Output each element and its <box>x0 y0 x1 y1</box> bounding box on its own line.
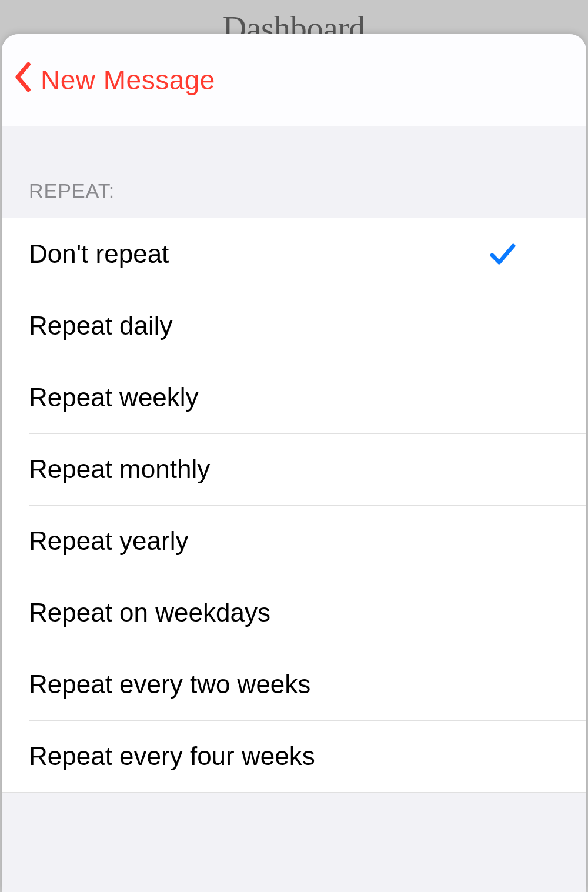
section-header-label: REPEAT: <box>29 179 115 202</box>
modal-sheet: New Message REPEAT: Don't repeat Repeat … <box>2 34 586 892</box>
option-label: Repeat monthly <box>29 455 210 484</box>
back-button[interactable]: New Message <box>15 62 215 98</box>
option-repeat-on-weekdays[interactable]: Repeat on weekdays <box>2 577 586 649</box>
option-repeat-daily[interactable]: Repeat daily <box>2 290 586 362</box>
option-dont-repeat[interactable]: Don't repeat <box>2 218 586 290</box>
option-label: Repeat every two weeks <box>29 670 310 699</box>
chevron-left-icon <box>15 62 41 98</box>
navbar: New Message <box>2 34 586 126</box>
option-repeat-monthly[interactable]: Repeat monthly <box>2 433 586 505</box>
option-repeat-yearly[interactable]: Repeat yearly <box>2 505 586 577</box>
option-repeat-weekly[interactable]: Repeat weekly <box>2 362 586 433</box>
option-label: Repeat every four weeks <box>29 741 315 771</box>
option-label: Repeat weekly <box>29 383 199 412</box>
back-button-label: New Message <box>41 64 215 96</box>
repeat-option-list: Don't repeat Repeat daily Repeat weekly <box>2 218 586 793</box>
option-label: Repeat on weekdays <box>29 598 270 627</box>
checkmark-icon <box>489 240 517 268</box>
option-label: Don't repeat <box>29 239 169 269</box>
option-repeat-every-two-weeks[interactable]: Repeat every two weeks <box>2 649 586 720</box>
option-label: Repeat yearly <box>29 526 188 556</box>
option-repeat-every-four-weeks[interactable]: Repeat every four weeks <box>2 720 586 792</box>
option-label: Repeat daily <box>29 311 173 340</box>
section-header-repeat: REPEAT: <box>2 126 586 218</box>
